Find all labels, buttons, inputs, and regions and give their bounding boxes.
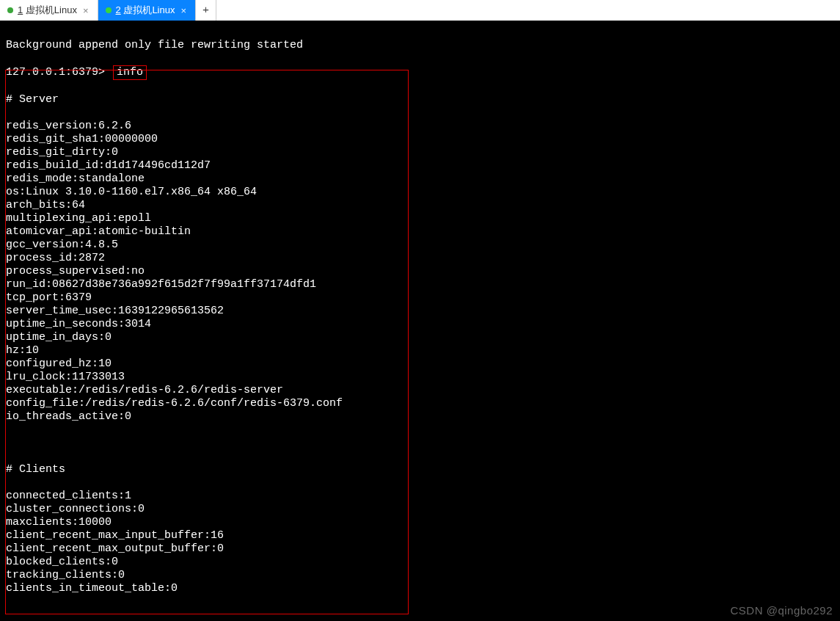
section-header: # Server: [6, 93, 834, 106]
terminal-prompt-line: 127.0.0.1:6379> info: [6, 65, 834, 80]
terminal-line: client_recent_max_output_buffer:0: [6, 542, 834, 556]
tab-label: 2 虚拟机Linux: [116, 4, 175, 17]
terminal-line: connected_clients:1: [6, 490, 834, 503]
terminal-line: clients_in_timeout_table:0: [6, 582, 834, 595]
terminal-line: config_file:/redis/redis-6.2.6/conf/redi…: [6, 397, 834, 410]
terminal-line: redis_git_sha1:00000000: [6, 133, 834, 146]
status-dot-icon: [106, 7, 112, 13]
terminal-line: executable:/redis/redis-6.2.6/redis-serv…: [6, 384, 834, 397]
tab-bar: 1 虚拟机Linux × 2 虚拟机Linux × +: [0, 0, 840, 21]
close-icon[interactable]: ×: [179, 5, 188, 16]
new-tab-button[interactable]: +: [196, 0, 216, 21]
terminal-line: atomicvar_api:atomic-builtin: [6, 225, 834, 239]
terminal-line: multiplexing_api:epoll: [6, 212, 834, 225]
terminal-line: redis_mode:standalone: [6, 172, 834, 186]
terminal-line: tcp_port:6379: [6, 291, 834, 305]
prompt: 127.0.0.1:6379>: [6, 66, 105, 79]
terminal-line: blocked_clients:0: [6, 556, 834, 569]
terminal-line: run_id:08627d38e736a992f615d2f7f99a1ff37…: [6, 278, 834, 291]
status-dot-icon: [7, 7, 13, 13]
terminal-line: lru_clock:11733013: [6, 371, 834, 384]
blank-line: [6, 437, 834, 450]
terminal-line: tracking_clients:0: [6, 569, 834, 582]
terminal-line: maxclients:10000: [6, 516, 834, 529]
server-section: redis_version:6.2.6redis_git_sha1:000000…: [6, 120, 834, 424]
terminal[interactable]: Background append only file rewriting st…: [0, 21, 840, 621]
close-icon[interactable]: ×: [81, 5, 90, 16]
terminal-line: arch_bits:64: [6, 199, 834, 212]
terminal-line: redis_git_dirty:0: [6, 146, 834, 159]
section-header: # Clients: [6, 463, 834, 476]
terminal-line: gcc_version:4.8.5: [6, 239, 834, 252]
terminal-line: server_time_usec:1639122965613562: [6, 305, 834, 318]
terminal-line: Background append only file rewriting st…: [6, 39, 834, 52]
terminal-line: hz:10: [6, 344, 834, 357]
terminal-line: process_id:2872: [6, 252, 834, 265]
terminal-line: configured_hz:10: [6, 357, 834, 371]
terminal-line: client_recent_max_input_buffer:16: [6, 529, 834, 542]
tab-2[interactable]: 2 虚拟机Linux ×: [98, 0, 197, 21]
terminal-line: uptime_in_seconds:3014: [6, 318, 834, 331]
terminal-line: process_supervised:no: [6, 265, 834, 278]
terminal-line: redis_version:6.2.6: [6, 120, 834, 133]
terminal-line: redis_build_id:d1d174496cd112d7: [6, 159, 834, 172]
clients-section: connected_clients:1cluster_connections:0…: [6, 490, 834, 595]
terminal-line: uptime_in_days:0: [6, 331, 834, 344]
tab-label: 1 虚拟机Linux: [18, 4, 77, 17]
watermark: CSDN @qingbo292: [731, 604, 833, 617]
terminal-line: io_threads_active:0: [6, 410, 834, 424]
tab-1[interactable]: 1 虚拟机Linux ×: [0, 0, 98, 21]
terminal-line: cluster_connections:0: [6, 503, 834, 516]
terminal-line: os:Linux 3.10.0-1160.el7.x86_64 x86_64: [6, 186, 834, 199]
command-highlight: info: [113, 65, 147, 80]
blank-line: [6, 609, 834, 621]
